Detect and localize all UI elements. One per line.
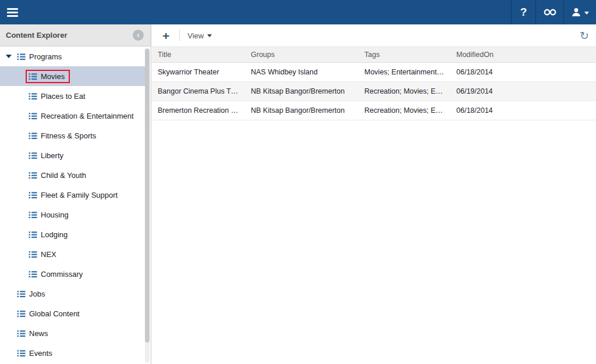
- list-icon: [17, 52, 26, 61]
- sidebar-header: Content Explorer ‹: [0, 24, 151, 47]
- tree-item-events[interactable]: Events: [0, 343, 145, 363]
- help-button[interactable]: ?: [511, 0, 535, 24]
- tree-item-box: NEX: [26, 248, 62, 261]
- list-icon: [29, 151, 37, 160]
- tree-item-label: Places to Eat: [41, 92, 86, 101]
- tree-item-commissary[interactable]: Commissary: [0, 264, 145, 284]
- tree-item-box: Jobs: [14, 287, 50, 301]
- sidebar-tree: ProgramsMoviesPlaces to EatRecreation & …: [0, 47, 145, 364]
- tree-item-label: Child & Youth: [41, 171, 86, 180]
- cell-modifiedon: 06/19/2014: [450, 87, 596, 95]
- tree-item-label: News: [29, 329, 48, 338]
- table-row[interactable]: Bremerton Recreation Ce...NB Kitsap Bang…: [152, 101, 596, 120]
- list-icon: [29, 72, 37, 81]
- list-toolbar: + View ↻: [152, 24, 596, 47]
- tree-item-box: Global Content: [14, 307, 85, 320]
- hamburger-menu-icon[interactable]: [0, 0, 26, 24]
- binoculars-icon: [543, 8, 557, 16]
- cell-groups: NB Kitsap Bangor/Bremerton: [245, 87, 359, 95]
- tree-item-recreation-entertainment[interactable]: Recreation & Entertainment: [0, 106, 145, 126]
- caret-down-icon: [207, 34, 212, 37]
- tree-item-child-youth[interactable]: Child & Youth: [0, 165, 145, 185]
- tree-item-lodging[interactable]: Lodging: [0, 224, 145, 244]
- tree-item-label: Programs: [29, 52, 62, 61]
- chevron-down-icon: [584, 12, 589, 15]
- tree-item-box: News: [14, 327, 54, 340]
- tree-item-box: Programs: [14, 50, 67, 63]
- tree-item-places-to-eat[interactable]: Places to Eat: [0, 86, 145, 106]
- cell-groups: NB Kitsap Bangor/Bremerton: [245, 106, 359, 115]
- caret-down-icon[interactable]: [3, 55, 14, 58]
- list-icon: [29, 210, 37, 219]
- tree-item-global-content[interactable]: Global Content: [0, 304, 145, 323]
- tree-item-label: Movies: [41, 72, 65, 81]
- cell-groups: NAS Whidbey Island: [245, 68, 359, 76]
- cell-modifiedon: 06/18/2014: [450, 106, 596, 115]
- cell-title: Bremerton Recreation Ce...: [152, 106, 245, 115]
- tree-item-label: Recreation & Entertainment: [41, 112, 134, 120]
- tree-item-label: Liberty: [41, 151, 63, 160]
- sidebar-collapse-button[interactable]: ‹: [133, 30, 144, 41]
- binoculars-button[interactable]: [535, 0, 563, 24]
- table-header-row: TitleGroupsTagsModifiedOn: [152, 47, 596, 63]
- cell-modifiedon: 06/18/2014: [450, 68, 596, 76]
- tree-item-label: NEX: [41, 250, 56, 259]
- tree-item-box: Movies: [26, 70, 70, 83]
- sidebar-title: Content Explorer: [6, 31, 67, 40]
- main-content: + View ↻ TitleGroupsTagsModifiedOn Skywa…: [152, 24, 596, 364]
- tree-item-label: Fleet & Family Support: [41, 191, 118, 199]
- user-icon: [571, 7, 581, 17]
- list-icon: [29, 92, 37, 101]
- view-dropdown-label: View: [187, 31, 204, 40]
- cell-tags: Recreation; Movies; Enter...: [359, 106, 450, 115]
- list-icon: [29, 250, 37, 259]
- cell-title: Skywarrior Theater: [152, 68, 245, 76]
- tree-item-news[interactable]: News: [0, 323, 145, 343]
- table-row[interactable]: Skywarrior TheaterNAS Whidbey IslandMovi…: [152, 63, 596, 82]
- tree-item-box: Events: [14, 347, 58, 360]
- tree-item-label: Lodging: [41, 230, 68, 239]
- tree-item-label: Housing: [41, 210, 69, 219]
- toolbar-divider: [179, 30, 180, 41]
- top-bar: ?: [0, 0, 596, 24]
- tree-item-box: Liberty: [26, 149, 69, 162]
- list-icon: [17, 329, 26, 338]
- tree-item-fleet-family-support[interactable]: Fleet & Family Support: [0, 185, 145, 205]
- column-header-modifiedon[interactable]: ModifiedOn: [450, 51, 596, 59]
- tree-item-nex[interactable]: NEX: [0, 244, 145, 264]
- tree-item-label: Commissary: [41, 270, 83, 279]
- tree-item-box: Housing: [26, 208, 74, 222]
- chevron-left-icon: ‹: [137, 30, 140, 39]
- sidebar-scrollbar[interactable]: [145, 48, 150, 363]
- user-menu-button[interactable]: [563, 0, 596, 24]
- tree-item-jobs[interactable]: Jobs: [0, 284, 145, 304]
- list-icon: [29, 131, 37, 140]
- tree-item-box: Lodging: [26, 228, 73, 241]
- list-icon: [29, 191, 37, 199]
- cell-tags: Movies; Entertainment; M...: [359, 68, 450, 76]
- sidebar-scrollbar-thumb[interactable]: [145, 49, 150, 342]
- cell-title: Bangor Cinema Plus Thea...: [152, 87, 245, 95]
- tree-item-label: Jobs: [29, 290, 45, 298]
- list-icon: [29, 112, 37, 120]
- column-header-title[interactable]: Title: [152, 51, 245, 59]
- column-header-tags[interactable]: Tags: [359, 51, 450, 59]
- tree-item-label: Global Content: [29, 309, 80, 318]
- add-button[interactable]: +: [160, 30, 172, 42]
- list-icon: [17, 349, 26, 358]
- refresh-button[interactable]: ↻: [580, 24, 589, 47]
- tree-item-box: Child & Youth: [26, 169, 91, 182]
- list-icon: [29, 270, 37, 279]
- refresh-icon: ↻: [580, 29, 589, 42]
- view-dropdown[interactable]: View: [187, 31, 212, 40]
- column-header-groups[interactable]: Groups: [245, 51, 359, 59]
- tree-item-fitness-sports[interactable]: Fitness & Sports: [0, 126, 145, 145]
- tree-item-liberty[interactable]: Liberty: [0, 145, 145, 165]
- table-row[interactable]: Bangor Cinema Plus Thea...NB Kitsap Bang…: [152, 82, 596, 101]
- tree-item-box: Recreation & Entertainment: [26, 109, 139, 123]
- topbar-actions: ?: [511, 0, 596, 24]
- tree-item-housing[interactable]: Housing: [0, 205, 145, 224]
- tree-item-movies[interactable]: Movies: [0, 66, 145, 86]
- tree-item-programs[interactable]: Programs: [0, 47, 145, 66]
- tree-item-box: Fleet & Family Support: [26, 188, 123, 202]
